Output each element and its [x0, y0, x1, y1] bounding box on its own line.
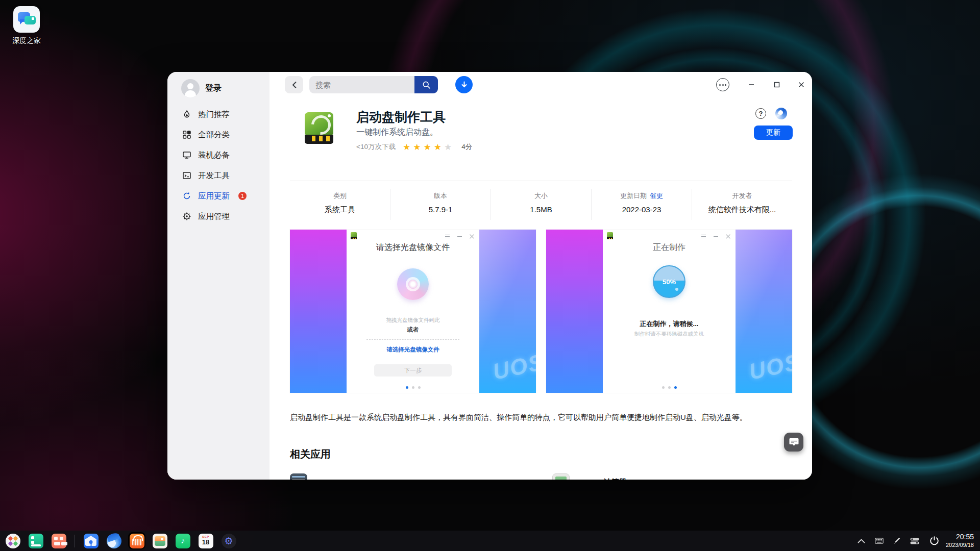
- sidebar-item-label: 开发工具: [198, 170, 230, 181]
- sidebar: 登录 热门推荐 全部分类 装机必备 开发工具: [167, 72, 270, 480]
- urge-update-link[interactable]: 催更: [650, 192, 663, 199]
- calendar-icon[interactable]: SEP 18: [197, 532, 214, 549]
- sidebar-item-manage[interactable]: 应用管理: [167, 206, 270, 227]
- app-info-row: 类别 系统工具 版本 5.7.9-1 大小 1.5MB 更新日期催更 2022-…: [290, 189, 792, 220]
- back-button[interactable]: [285, 76, 303, 93]
- desktop: 深度之家 登录 热门推荐 全部分类 装机必备: [0, 0, 980, 551]
- sidebar-item-categories[interactable]: 全部分类: [167, 124, 270, 145]
- help-icon[interactable]: ?: [755, 108, 766, 119]
- sidebar-item-essentials[interactable]: 装机必备: [167, 145, 270, 165]
- feedback-button[interactable]: [784, 433, 803, 452]
- mini-window-controls: [701, 234, 730, 239]
- taskbar-apps: ♪ SEP 18 ⚙: [4, 532, 237, 549]
- close-icon: [798, 81, 805, 88]
- minimize-icon: [457, 236, 462, 237]
- ksystemlog-icon: [290, 473, 307, 480]
- mini-title: 请选择光盘镜像文件: [347, 242, 479, 253]
- related-apps-row: KSystemLog Gnome计算器: [290, 472, 792, 480]
- desktop-shortcut-deepin-home[interactable]: 深度之家: [7, 6, 46, 45]
- uos-watermark: UOS: [747, 349, 792, 385]
- star-icon: ★: [434, 142, 444, 152]
- clock-time: 20:55: [946, 533, 974, 542]
- apps-grid-icon[interactable]: [50, 532, 67, 549]
- star-icon: ★: [413, 142, 423, 152]
- chevron-left-icon: [291, 81, 297, 89]
- related-apps-heading: 相关应用: [290, 447, 331, 461]
- login-button[interactable]: 登录: [181, 79, 222, 97]
- update-button[interactable]: 更新: [754, 126, 793, 140]
- terminal-icon: [182, 171, 191, 180]
- tray-expand-icon[interactable]: [857, 539, 865, 543]
- file-manager-icon[interactable]: [82, 532, 100, 549]
- deepin-home-icon: [13, 6, 40, 33]
- app-subtitle: 一键制作系统启动盘。: [356, 127, 438, 138]
- close-button[interactable]: [798, 78, 805, 91]
- drag-hint: 拖拽光盘镜像文件到此: [347, 317, 479, 324]
- pagination-dots: [603, 386, 736, 389]
- screenshot-slide-2[interactable]: 正在制作 50% 正在制作，请稍候... 制作时请不要移除磁盘或关机 UOS: [546, 230, 792, 393]
- star-icon: ★: [444, 142, 454, 152]
- browser-icon[interactable]: [105, 532, 122, 549]
- sidebar-item-label: 应用更新: [198, 191, 230, 202]
- screenshot-gradient-right: UOS: [736, 230, 792, 393]
- deepin-logo-icon[interactable]: [775, 108, 787, 119]
- search-icon: [422, 81, 431, 89]
- main-area: 启动盘制作工具 一键制作系统启动盘。 <10万次下载 ★★★★★ 4分 ? 更新…: [270, 72, 812, 480]
- star-icon: ★: [403, 142, 413, 152]
- sidebar-item-label: 应用管理: [198, 211, 230, 222]
- minimize-icon: [748, 81, 755, 88]
- info-category: 类别 系统工具: [290, 189, 390, 220]
- search-input[interactable]: [309, 76, 414, 93]
- mini-window-making: 正在制作 50% 正在制作，请稍候... 制作时请不要移除磁盘或关机: [603, 230, 736, 393]
- related-app-ksystemlog[interactable]: KSystemLog: [290, 472, 552, 480]
- launcher-icon[interactable]: [4, 532, 21, 549]
- next-step-button: 下一步: [374, 364, 452, 377]
- keyboard-icon[interactable]: [875, 538, 884, 544]
- sidebar-item-hot[interactable]: 热门推荐: [167, 104, 270, 124]
- maximize-button[interactable]: [773, 78, 780, 91]
- grid-icon: [182, 130, 191, 139]
- system-tray: [857, 536, 940, 546]
- avatar: [181, 79, 200, 97]
- photos-icon[interactable]: [151, 532, 168, 549]
- taskbar: ♪ SEP 18 ⚙: [0, 531, 980, 551]
- downloads-count: <10万次下载: [356, 142, 396, 152]
- app-store-window: 登录 热门推荐 全部分类 装机必备 开发工具: [167, 72, 812, 480]
- pen-icon[interactable]: [893, 537, 900, 544]
- progress-circle: 50%: [653, 265, 685, 298]
- close-icon: [726, 234, 730, 239]
- window-menu-button[interactable]: [716, 78, 729, 91]
- gear-icon: [182, 212, 191, 221]
- mini-window-choose-image: 请选择光盘镜像文件 拖拽光盘镜像文件到此 或者 请选择光盘镜像文件 下一步: [347, 230, 479, 393]
- menu-icon: [445, 235, 450, 238]
- dashed-separator: [366, 339, 459, 340]
- sidebar-item-devtools[interactable]: 开发工具: [167, 165, 270, 186]
- control-center-icon[interactable]: ⚙: [220, 532, 237, 549]
- dock-toggles-icon[interactable]: [910, 538, 919, 544]
- sidebar-item-label: 热门推荐: [198, 109, 230, 120]
- refresh-icon: [182, 191, 191, 201]
- rating-label: 4分: [461, 142, 472, 152]
- minimize-button[interactable]: [748, 78, 755, 91]
- related-app-gnome-calculator[interactable]: Gnome计算器: [552, 472, 627, 480]
- choose-image-link: 请选择光盘镜像文件: [347, 346, 479, 354]
- screenshot-slide-1[interactable]: 请选择光盘镜像文件 拖拽光盘镜像文件到此 或者 请选择光盘镜像文件 下一步 UO…: [290, 230, 536, 393]
- app-meta: <10万次下载 ★★★★★ 4分: [356, 142, 472, 152]
- sidebar-item-updates[interactable]: 应用更新 1: [167, 186, 270, 206]
- music-icon[interactable]: ♪: [174, 532, 191, 549]
- clock-date: 2023/09/18: [946, 542, 974, 549]
- divider: [290, 181, 792, 181]
- app-store-icon[interactable]: [128, 532, 145, 549]
- comment-icon: [789, 438, 799, 446]
- download-manager-button[interactable]: [455, 76, 473, 93]
- star-rating: ★★★★★: [403, 143, 454, 152]
- clock[interactable]: 20:55 2023/09/18: [946, 533, 974, 548]
- search-button[interactable]: [414, 76, 438, 93]
- close-icon: [470, 234, 474, 239]
- app-icon-boot-maker: [303, 112, 335, 145]
- screenshot-carousel: 请选择光盘镜像文件 拖拽光盘镜像文件到此 或者 请选择光盘镜像文件 下一步 UO…: [290, 230, 792, 393]
- updates-badge: 1: [238, 192, 247, 200]
- flame-icon: [182, 110, 191, 119]
- multitasking-icon[interactable]: [27, 532, 44, 549]
- power-icon[interactable]: [929, 536, 940, 546]
